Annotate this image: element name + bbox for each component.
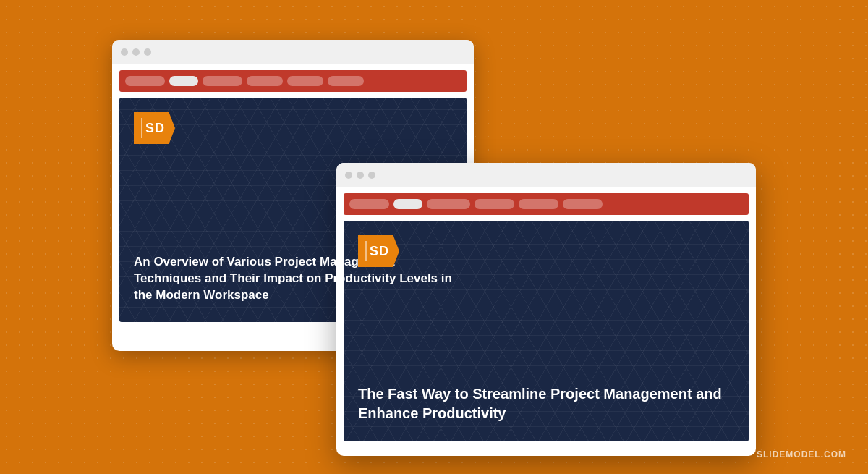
logo-text-front: SD — [370, 244, 389, 259]
watermark: SLIDEMODEL.COM — [757, 449, 846, 460]
traffic-light-red — [345, 172, 352, 179]
logo-text-back: SD — [145, 121, 165, 136]
toolbar-pill — [328, 76, 364, 86]
toolbar-pill — [247, 76, 283, 86]
title-bar-back — [112, 40, 474, 64]
traffic-light-green — [368, 172, 375, 179]
traffic-light-green — [144, 48, 151, 56]
slide-title-front: The Fast Way to Streamline Project Manag… — [358, 384, 734, 423]
traffic-light-yellow — [132, 48, 140, 56]
title-bar-front — [336, 163, 756, 187]
logo-badge-front: SD — [358, 235, 399, 267]
toolbar-tab-active — [169, 76, 198, 86]
traffic-light-red — [121, 48, 128, 56]
toolbar-pill — [203, 76, 242, 86]
toolbar-pill — [427, 199, 470, 209]
toolbar-pill — [563, 199, 603, 209]
toolbar-pill — [287, 76, 323, 86]
toolbar-pill — [349, 199, 389, 209]
toolbar-pill — [125, 76, 165, 86]
logo-divider — [365, 241, 367, 261]
browser-toolbar-back — [119, 70, 467, 92]
toolbar-tab-active — [393, 199, 422, 209]
browser-window-front: SD The Fast Way to Streamline Project Ma… — [336, 163, 756, 456]
slide-title-back: An Overview of Various Project Managemen… — [134, 254, 452, 304]
toolbar-pill — [475, 199, 514, 209]
traffic-light-yellow — [357, 172, 364, 179]
logo-badge-back: SD — [134, 112, 175, 144]
toolbar-pill — [519, 199, 558, 209]
browser-toolbar-front — [344, 193, 749, 215]
logo-divider — [141, 118, 142, 138]
